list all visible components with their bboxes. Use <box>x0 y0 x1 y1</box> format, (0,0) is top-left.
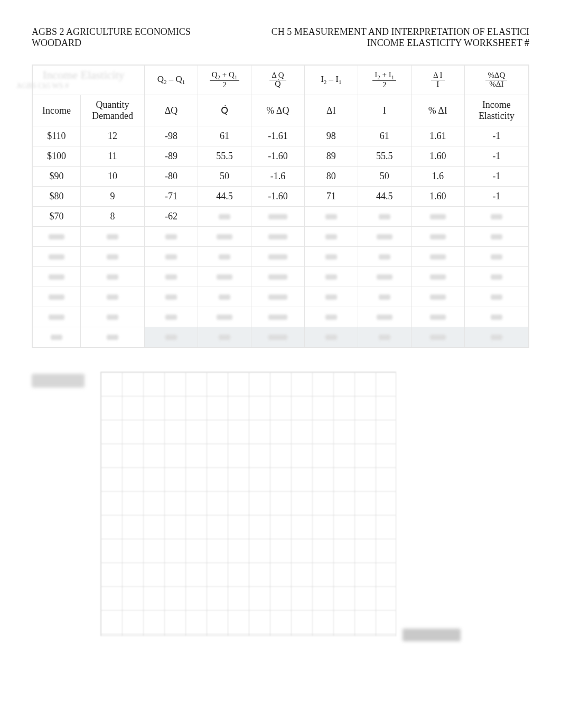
cell-qd: 10 <box>80 167 144 187</box>
cell-blurred <box>358 207 411 227</box>
cell-blurred <box>411 207 464 227</box>
table-row: $90 10 -80 50 -1.6 80 50 1.6 -1 <box>33 167 529 187</box>
cell-blurred <box>251 207 304 227</box>
label-pctdi: % ΔI <box>411 95 464 126</box>
x-axis-label-blurred <box>403 629 461 641</box>
cell-qd: 9 <box>80 187 144 207</box>
header-instructor: WOODARD <box>32 38 191 49</box>
cell-di: 89 <box>304 146 358 167</box>
cell-blurred <box>304 207 358 227</box>
cell-pctdi: 1.6 <box>411 167 464 187</box>
formula-header-row: Q2 – Q1 Q2 + Q12 Δ QQ́ I2 – I1 I2 + I12 … <box>33 66 529 95</box>
cell-ibar: 61 <box>358 126 411 146</box>
col-formula-dq: Q2 – Q1 <box>145 66 198 95</box>
cell-income: $100 <box>33 146 81 167</box>
col-formula-qbar: Q2 + Q12 <box>198 66 251 95</box>
cell-pctdi: 1.60 <box>411 187 464 207</box>
cell-ibar: 50 <box>358 167 411 187</box>
cell-income: $80 <box>33 187 81 207</box>
cell-elasticity: -1 <box>464 187 528 207</box>
cell-pctdi: 1.61 <box>411 126 464 146</box>
cell-elasticity: -1 <box>464 126 528 146</box>
cell-qbar: 44.5 <box>198 187 251 207</box>
cell-di: 80 <box>304 167 358 187</box>
cell-elasticity: -1 <box>464 167 528 187</box>
cell-di: 71 <box>304 187 358 207</box>
label-di: ΔI <box>304 95 358 126</box>
table-row-blurred <box>33 327 529 347</box>
cell-pctdq: -1.60 <box>251 187 304 207</box>
cell-dq: -71 <box>145 187 198 207</box>
header-course: AGBS 2 AGRICULTURE ECONOMICS <box>32 26 191 38</box>
header-chapter: CH 5 MEASUREMENT AND INTERPRETATION OF E… <box>272 26 529 38</box>
cell-ibar: 55.5 <box>358 146 411 167</box>
col-formula-pctdi: Δ II <box>411 66 464 95</box>
cell-dq: -80 <box>145 167 198 187</box>
cell-pctdq: -1.6 <box>251 167 304 187</box>
graph-grid <box>100 372 396 636</box>
label-dq: ΔQ <box>145 95 198 126</box>
cell-dq: -89 <box>145 146 198 167</box>
col-formula-ibar: I2 + I12 <box>358 66 411 95</box>
cell-blurred <box>464 207 528 227</box>
label-ibar: I <box>358 95 411 126</box>
table-row-blurred <box>33 287 529 307</box>
table-row-blurred <box>33 307 529 327</box>
label-elasticity: Income Elasticity <box>464 95 528 126</box>
cell-pctdq: -1.61 <box>251 126 304 146</box>
label-pctdq: % ΔQ <box>251 95 304 126</box>
page-header: AGBS 2 AGRICULTURE ECONOMICS WOODARD CH … <box>32 26 529 49</box>
col-formula-elasticity: %ΔQ%ΔI <box>464 66 528 95</box>
table-row: $100 11 -89 55.5 -1.60 89 55.5 1.60 -1 <box>33 146 529 167</box>
cell-di: 98 <box>304 126 358 146</box>
cell-qbar: 50 <box>198 167 251 187</box>
label-income: Income <box>33 95 81 126</box>
graph-area <box>32 372 529 636</box>
cell-qd: 11 <box>80 146 144 167</box>
cell-qd: 12 <box>80 126 144 146</box>
table-row-blurred <box>33 267 529 287</box>
label-qbar: Q́ <box>198 95 251 126</box>
cell-income: $70 <box>33 207 81 227</box>
cell-pctdi: 1.60 <box>411 146 464 167</box>
cell-qd: 8 <box>80 207 144 227</box>
cell-pctdq: -1.60 <box>251 146 304 167</box>
cell-qbar: 61 <box>198 126 251 146</box>
cell-income: $90 <box>33 167 81 187</box>
cell-income: $110 <box>33 126 81 146</box>
table-row: $80 9 -71 44.5 -1.60 71 44.5 1.60 -1 <box>33 187 529 207</box>
table-row: $70 8 -62 <box>33 207 529 227</box>
table-row-blurred <box>33 227 529 247</box>
y-axis-label-blurred <box>32 374 85 388</box>
col-formula-di: I2 – I1 <box>304 66 358 95</box>
cell-ibar: 44.5 <box>358 187 411 207</box>
col-formula-pctdq: Δ QQ́ <box>251 66 304 95</box>
cell-qbar: 55.5 <box>198 146 251 167</box>
cell-blurred <box>198 207 251 227</box>
elasticity-table: Income Elasticity AGBS Ch5 WS # Q2 – Q1 … <box>32 64 529 348</box>
label-quantity-demanded: Quantity Demanded <box>80 95 144 126</box>
cell-dq: -98 <box>145 126 198 146</box>
table-row: $110 12 -98 61 -1.61 98 61 1.61 -1 <box>33 126 529 146</box>
table-row-blurred <box>33 247 529 267</box>
header-worksheet: INCOME ELASTICITY WORKSHEET # <box>272 38 529 49</box>
column-label-row: Income Quantity Demanded ΔQ Q́ % ΔQ ΔI I… <box>33 95 529 126</box>
cell-elasticity: -1 <box>464 146 528 167</box>
cell-dq: -62 <box>145 207 198 227</box>
